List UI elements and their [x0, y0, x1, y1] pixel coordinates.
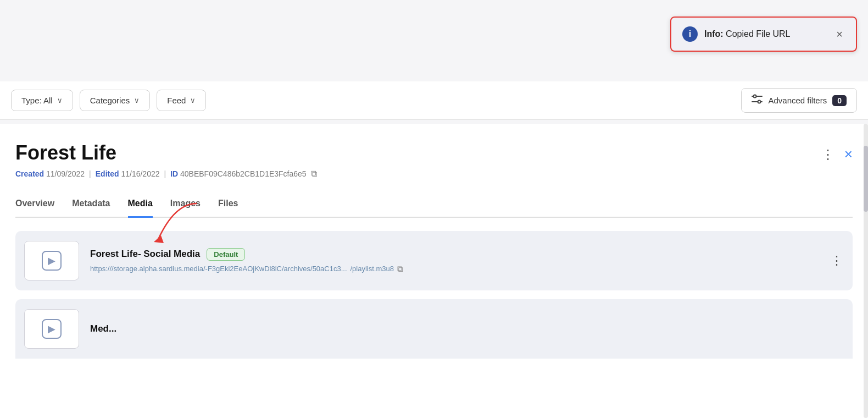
- feed-filter-label: Feed: [167, 96, 186, 105]
- media-info: Forest Life- Social Media Default https:…: [90, 248, 820, 274]
- scroll-thumb[interactable]: [864, 146, 868, 212]
- toast-notification: i Info: Copied File URL ×: [670, 16, 857, 52]
- entry-header-actions: ⋮ ×: [821, 146, 853, 163]
- media-item: ▶ Forest Life- Social Media Default http…: [15, 231, 853, 290]
- entry-header: Forest Life ⋮ ×: [15, 141, 853, 164]
- edited-label: Edited: [96, 169, 119, 178]
- categories-filter-label: Categories: [90, 96, 130, 105]
- media-item-more-button[interactable]: ⋮: [831, 254, 844, 268]
- svg-marker-4: [154, 235, 164, 243]
- toast-close-button[interactable]: ×: [834, 28, 845, 41]
- entry-meta: Created 11/09/2022 | Edited 11/16/2022 |…: [15, 169, 853, 179]
- tab-files[interactable]: Files: [218, 193, 238, 218]
- entry-title: Forest Life: [15, 141, 116, 164]
- media-list: ▶ Forest Life- Social Media Default http…: [15, 231, 853, 359]
- tab-overview[interactable]: Overview: [15, 193, 54, 218]
- feed-filter-button[interactable]: Feed ∨: [157, 90, 206, 111]
- entry-close-button[interactable]: ×: [844, 146, 853, 163]
- media-thumbnail-partial: ▶: [24, 309, 79, 349]
- info-icon: i: [682, 26, 698, 42]
- tab-metadata[interactable]: Metadata: [72, 193, 110, 218]
- advanced-filters-icon: [752, 94, 763, 107]
- meta-separator-1: |: [89, 169, 91, 178]
- filter-bar: Type: All ∨ Categories ∨ Feed ∨ Advanced…: [0, 81, 868, 120]
- scrollbar[interactable]: [864, 124, 868, 418]
- media-url-suffix: /playlist.m3u8: [350, 265, 394, 273]
- type-filter-label: Type: All: [21, 96, 53, 105]
- type-filter-button[interactable]: Type: All ∨: [11, 90, 73, 111]
- advanced-filters-button[interactable]: Advanced filters 0: [741, 88, 857, 113]
- svg-point-1: [754, 95, 756, 98]
- id-value: 40BEBF09C486b2CB1D1E3Fcfa6e5: [180, 169, 307, 178]
- media-url: https:///storage.alpha.sardius.media/-F3…: [90, 264, 820, 274]
- media-item-partial: ▶ Med...: [15, 299, 853, 359]
- categories-filter-button[interactable]: Categories ∨: [80, 90, 151, 111]
- tabs: Overview Metadata Media Images Files: [15, 192, 853, 218]
- media-thumbnail: ▶: [24, 241, 79, 280]
- play-icon: ▶: [42, 251, 62, 271]
- feed-chevron-icon: ∨: [190, 96, 196, 105]
- tab-images[interactable]: Images: [170, 193, 201, 218]
- play-icon-partial: ▶: [42, 319, 62, 339]
- media-name-row: Forest Life- Social Media Default: [90, 248, 820, 261]
- advanced-filters-count: 0: [832, 95, 847, 106]
- svg-point-3: [758, 101, 761, 103]
- copy-url-button[interactable]: ⧉: [397, 264, 403, 274]
- type-chevron-icon: ∨: [57, 96, 63, 105]
- created-date: 11/09/2022: [46, 169, 85, 178]
- tab-media[interactable]: Media: [128, 193, 153, 218]
- id-label: ID: [170, 169, 178, 178]
- categories-chevron-icon: ∨: [134, 96, 140, 105]
- media-name: Forest Life- Social Media: [90, 249, 200, 260]
- created-label: Created: [15, 169, 44, 178]
- edited-date: 11/16/2022: [121, 169, 159, 178]
- copy-id-button[interactable]: ⧉: [311, 169, 317, 179]
- meta-separator-2: |: [164, 169, 166, 178]
- toast-message: Info: Copied File URL: [704, 29, 827, 39]
- partial-item-title: Med...: [90, 323, 116, 334]
- entry-more-options-button[interactable]: ⋮: [821, 147, 836, 162]
- advanced-filters-label: Advanced filters: [768, 96, 827, 105]
- main-content: Forest Life ⋮ × Created 11/09/2022 | Edi…: [0, 124, 868, 418]
- media-url-prefix: https:///storage.alpha.sardius.media/-F3…: [90, 265, 347, 273]
- default-badge: Default: [207, 248, 245, 261]
